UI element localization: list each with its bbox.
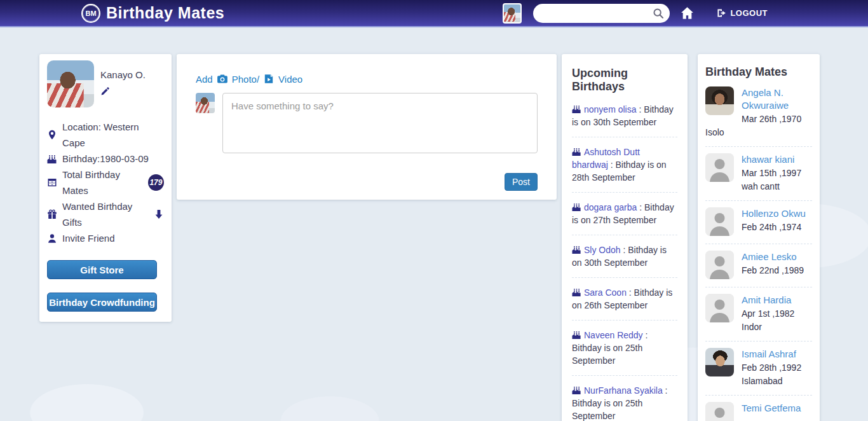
- person-silhouette-icon: [705, 153, 734, 182]
- invite-friend-row[interactable]: Invite Friend: [47, 230, 164, 246]
- mate-name-link[interactable]: khawar kiani: [742, 154, 794, 165]
- profile-location-text: Location: Western Cape: [62, 119, 164, 151]
- person-silhouette-icon: [705, 294, 734, 322]
- mate-name-link[interactable]: Temi Getfema: [742, 403, 801, 413]
- profile-birthday-row: Birthday:1980-03-09: [47, 151, 164, 167]
- mate-avatar[interactable]: [705, 86, 734, 115]
- upcoming-name-link[interactable]: nonyem olisa: [584, 104, 637, 114]
- invite-friend-label: Invite Friend: [62, 230, 115, 246]
- birthday-cake-icon: [47, 154, 57, 164]
- post-button[interactable]: Post: [505, 173, 538, 191]
- mate-avatar[interactable]: [705, 207, 734, 236]
- mate-avatar[interactable]: [705, 251, 734, 279]
- brand-logo[interactable]: BM Birthday Mates: [81, 4, 224, 23]
- dropdown-arrow-icon: [154, 209, 164, 219]
- mate-name-link[interactable]: Amit Hardia: [742, 294, 791, 305]
- birthday-mate-item: khawar kiani Mar 15th ,1997 wah cantt: [705, 147, 812, 201]
- mate-name-link[interactable]: Angela N. Okwuraiwe: [742, 87, 789, 111]
- gift-icon: [47, 209, 57, 219]
- post-textarea[interactable]: [222, 93, 538, 153]
- birthday-mate-item: Amit Hardia Apr 1st ,1982 Indor: [705, 287, 812, 342]
- mate-name-link[interactable]: Amiee Lesko: [742, 251, 797, 262]
- mate-name-link[interactable]: Hollenzo Okwu: [742, 208, 806, 219]
- birthday-cake-icon: [572, 330, 581, 340]
- birthday-mates-list: Angela N. Okwuraiwe Mar 26th ,1970 Isolo…: [705, 80, 812, 421]
- table-grid-icon: [47, 177, 57, 188]
- mate-avatar[interactable]: [705, 402, 734, 421]
- upcoming-name-link[interactable]: Sara Coon: [584, 287, 627, 298]
- upcoming-name-link[interactable]: Naveen Reddy: [584, 330, 643, 340]
- upcoming-birthdays-panel: Upcoming Birthdays nonyem olisa : Bithda…: [562, 54, 688, 421]
- person-silhouette-icon: [705, 207, 734, 236]
- birthday-mates-panel: Birthday Mates Angela N. Okwuraiwe Mar 2…: [698, 54, 820, 421]
- wanted-gifts-label: Wanted Birthday Gifts: [62, 198, 148, 230]
- upcoming-birthday-item: NurFarhana Syakila : Bithday is on 25th …: [572, 376, 677, 421]
- person-icon: [47, 233, 57, 244]
- upcoming-birthdays-title: Upcoming Birthdays: [572, 67, 677, 93]
- upcoming-birthday-item: Sara Coon : Bithday is on 26th September: [572, 278, 677, 321]
- edit-profile-icon[interactable]: [100, 86, 110, 96]
- birthday-cake-icon: [572, 202, 581, 212]
- birthday-cake-icon: [572, 287, 581, 297]
- mate-avatar[interactable]: [705, 348, 734, 376]
- wanted-gifts-row[interactable]: Wanted Birthday Gifts: [47, 198, 164, 230]
- upcoming-name-link[interactable]: dogara garba: [584, 202, 637, 212]
- mate-name-link[interactable]: Ismail Ashraf: [742, 349, 796, 359]
- birthday-cake-icon: [572, 245, 581, 254]
- logo-circle-icon: BM: [81, 4, 100, 23]
- gift-store-button[interactable]: Gift Store: [47, 260, 157, 279]
- add-photo-link[interactable]: Photo/: [232, 74, 259, 85]
- mate-location: Isolo: [705, 126, 812, 139]
- navbar-user-avatar[interactable]: [503, 3, 522, 24]
- post-composer-card: Add Photo/ Video Post: [177, 54, 557, 200]
- birthday-mate-item: Ismail Ashraf Feb 28th ,1992 Islamabad: [705, 342, 812, 396]
- home-icon[interactable]: [681, 6, 694, 20]
- mate-location: Islamabad: [705, 375, 812, 387]
- profile-location-row: Location: Western Cape: [47, 119, 164, 151]
- search-icon[interactable]: [653, 8, 664, 19]
- mate-location: wah cantt: [705, 180, 812, 193]
- upcoming-birthday-item: dogara garba : Bithday is on 27th Septem…: [572, 193, 677, 235]
- birthday-cake-icon: [572, 104, 581, 114]
- logout-label: LOGOUT: [730, 8, 768, 18]
- location-pin-icon: [47, 130, 57, 140]
- birthday-mate-item: Angela N. Okwuraiwe Mar 26th ,1970 Isolo: [705, 80, 812, 147]
- profile-name: Kanayo O.: [100, 60, 146, 80]
- composer-user-avatar: [196, 93, 215, 113]
- profile-card: Kanayo O. Location: Western Cape Birthda…: [39, 54, 172, 322]
- upcoming-birthday-item: nonyem olisa : Bithday is on 30th Septem…: [572, 95, 677, 137]
- top-navbar: BM Birthday Mates LOGOUT: [0, 0, 868, 27]
- profile-photo: [47, 60, 94, 107]
- video-file-icon[interactable]: [263, 73, 275, 85]
- mate-location: Indor: [705, 321, 812, 333]
- person-silhouette-icon: [705, 251, 734, 279]
- birthday-cake-icon: [572, 385, 581, 395]
- birthday-mate-item: Amiee Lesko Feb 22nd ,1989: [705, 244, 812, 287]
- upcoming-birthday-list: nonyem olisa : Bithday is on 30th Septem…: [572, 95, 677, 421]
- logout-icon: [717, 8, 726, 18]
- birthday-mates-title: Birthday Mates: [705, 66, 812, 79]
- add-label: Add: [196, 74, 213, 85]
- mate-avatar[interactable]: [705, 153, 734, 182]
- birthday-mate-item: Temi Getfema: [705, 396, 812, 421]
- upcoming-birthday-item: Ashutosh Dutt bhardwaj : Bithday is on 2…: [572, 137, 677, 193]
- profile-birthday-text: Birthday:1980-03-09: [62, 151, 149, 167]
- upcoming-birthday-item: Sly Odoh : Bithday is on 30th September: [572, 235, 677, 278]
- search-input[interactable]: [533, 4, 670, 23]
- birthday-mate-item: Hollenzo Okwu Feb 24th ,1974: [705, 201, 812, 244]
- brand-title: Birthday Mates: [106, 4, 224, 22]
- add-video-link[interactable]: Video: [278, 74, 302, 85]
- camera-icon[interactable]: [217, 73, 228, 85]
- total-mates-label: Total Birthday Mates: [62, 167, 143, 198]
- birthday-cake-icon: [572, 147, 581, 156]
- total-mates-row: Total Birthday Mates 179: [47, 167, 164, 198]
- birthday-crowdfunding-button[interactable]: Birthday Crowdfunding: [47, 293, 157, 312]
- logout-button[interactable]: LOGOUT: [717, 8, 768, 18]
- upcoming-name-link[interactable]: Sly Odoh: [584, 245, 621, 255]
- person-silhouette-icon: [705, 402, 734, 421]
- search-bar: [533, 4, 670, 23]
- total-mates-count-badge: 179: [148, 174, 164, 191]
- mate-avatar[interactable]: [705, 294, 734, 322]
- upcoming-birthday-item: Naveen Reddy : Bithday is on 25th Septem…: [572, 321, 677, 376]
- upcoming-name-link[interactable]: NurFarhana Syakila: [584, 385, 663, 396]
